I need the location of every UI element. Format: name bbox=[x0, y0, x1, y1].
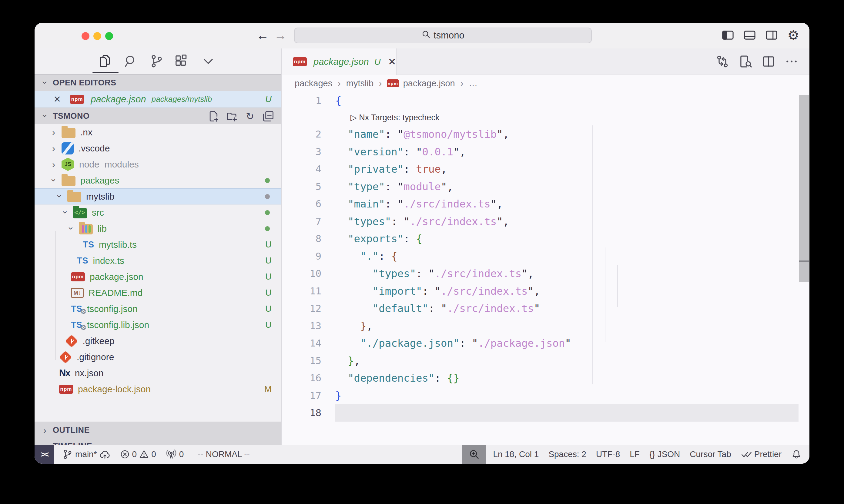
code-line-17[interactable]: 17} bbox=[282, 387, 809, 404]
tree-item-.gitignore[interactable]: .gitignore bbox=[35, 349, 281, 365]
tree-item-package.json[interactable]: npmpackage.jsonU bbox=[35, 269, 281, 285]
collapse-all-icon[interactable] bbox=[262, 111, 274, 122]
code-line-16[interactable]: 16 "dependencies": {} bbox=[282, 370, 809, 387]
open-preview-icon[interactable] bbox=[739, 55, 753, 69]
cursor-tab-setting[interactable]: Cursor Tab bbox=[690, 449, 731, 459]
explorer-icon[interactable] bbox=[96, 53, 115, 70]
code-line-6[interactable]: 6 "main": "./src/index.ts", bbox=[282, 195, 809, 213]
code-line-3[interactable]: 3 "version": "0.0.1", bbox=[282, 143, 809, 161]
refresh-icon[interactable]: ↻ bbox=[244, 111, 256, 122]
toggle-panel-icon[interactable] bbox=[743, 28, 757, 42]
tree-item-.gitkeep[interactable]: .gitkeep bbox=[35, 333, 281, 349]
eol-setting[interactable]: LF bbox=[630, 449, 640, 459]
tree-item-src[interactable]: ›</>src bbox=[35, 204, 281, 220]
code-line-15[interactable]: 15 }, bbox=[282, 352, 809, 370]
split-editor-icon[interactable] bbox=[761, 55, 775, 69]
line-number[interactable]: 3 bbox=[282, 146, 335, 158]
codelens-nx-targets[interactable]: ▷ Nx Targets: typecheck bbox=[335, 113, 439, 122]
ports-status[interactable]: 0 bbox=[166, 449, 184, 460]
tree-item-mytslib[interactable]: ›mytslib bbox=[35, 188, 281, 204]
breadcrumb-item[interactable]: packages bbox=[295, 78, 332, 88]
code-line-14[interactable]: 14 "./package.json": "./package.json" bbox=[282, 335, 809, 352]
language-mode[interactable]: {} JSON bbox=[649, 449, 680, 459]
breadcrumb-item[interactable]: … bbox=[469, 78, 478, 88]
navigate-forward-button[interactable]: → bbox=[274, 28, 287, 43]
tree-item-node_modules[interactable]: ›JSnode_modules bbox=[35, 156, 281, 172]
tab-package-json[interactable]: npm package.json U ✕ bbox=[282, 49, 397, 75]
close-icon[interactable]: ✕ bbox=[53, 94, 61, 105]
code-line-2[interactable]: 2 "name": "@tsmono/mytslib", bbox=[282, 126, 809, 143]
tree-item-README.md[interactable]: M↓README.mdU bbox=[35, 285, 281, 301]
tree-item-.vscode[interactable]: ›.vscode bbox=[35, 140, 281, 156]
cursor-position[interactable]: Ln 18, Col 1 bbox=[493, 449, 539, 459]
tree-item-package-lock.json[interactable]: npmpackage-lock.jsonM bbox=[35, 381, 281, 397]
problems-status[interactable]: 0 0 bbox=[120, 449, 156, 459]
git-branch-status[interactable]: main* bbox=[63, 449, 110, 460]
window-minimize-button[interactable] bbox=[93, 32, 101, 40]
more-actions-icon[interactable] bbox=[785, 55, 798, 69]
command-center-search[interactable]: tsmono bbox=[294, 28, 592, 43]
encoding-setting[interactable]: UTF-8 bbox=[596, 449, 620, 459]
line-number[interactable]: 17 bbox=[282, 390, 335, 401]
chevron-right-icon[interactable]: › bbox=[50, 127, 57, 138]
git-compare-icon[interactable] bbox=[716, 55, 729, 69]
tree-item-tsconfig.lib.json[interactable]: TS⚙tsconfig.lib.jsonU bbox=[35, 317, 281, 333]
codelens-row[interactable]: ▷ Nx Targets: typecheck bbox=[282, 109, 809, 126]
chevron-right-icon[interactable]: › bbox=[50, 143, 57, 154]
code-line-5[interactable]: 5 "type": "module", bbox=[282, 178, 809, 195]
open-editors-header[interactable]: › OPEN EDITORS bbox=[35, 74, 281, 91]
explorer-section-header[interactable]: › TSMONO ↻ bbox=[35, 108, 281, 124]
line-number[interactable]: 4 bbox=[282, 163, 335, 175]
code-line-10[interactable]: 10 "types": "./src/index.ts", bbox=[282, 265, 809, 283]
toggle-secondary-sidebar-icon[interactable] bbox=[764, 28, 778, 42]
line-number[interactable]: 18 bbox=[282, 407, 335, 419]
line-number[interactable]: 1 bbox=[282, 95, 335, 106]
line-number[interactable]: 12 bbox=[282, 303, 335, 314]
source-control-icon[interactable] bbox=[147, 53, 167, 70]
line-number[interactable]: 16 bbox=[282, 372, 335, 384]
tree-item-lib[interactable]: ›lib bbox=[35, 220, 281, 237]
notifications-bell-icon[interactable] bbox=[791, 449, 802, 460]
window-zoom-button[interactable] bbox=[105, 32, 113, 40]
breadcrumb-item[interactable]: package.json bbox=[403, 78, 455, 88]
code-line-12[interactable]: 12 "default": "./src/index.ts" bbox=[282, 300, 809, 318]
new-folder-icon[interactable] bbox=[226, 111, 238, 122]
code-line-4[interactable]: 4 "private": true, bbox=[282, 161, 809, 178]
line-number[interactable]: 9 bbox=[282, 251, 335, 262]
extensions-icon[interactable] bbox=[172, 53, 191, 70]
breadcrumb-item[interactable]: mytslib bbox=[346, 78, 374, 88]
tree-item-mytslib.ts[interactable]: TSmytslib.tsU bbox=[35, 237, 281, 253]
line-number[interactable]: 8 bbox=[282, 233, 335, 245]
tree-item-nx.json[interactable]: Nxnx.json bbox=[35, 365, 281, 381]
line-number[interactable]: 5 bbox=[282, 181, 335, 192]
chevron-down-icon[interactable]: › bbox=[55, 192, 65, 200]
chevron-down-icon[interactable] bbox=[199, 53, 218, 70]
chevron-down-icon[interactable]: › bbox=[66, 224, 76, 232]
line-number[interactable]: 7 bbox=[282, 216, 335, 227]
settings-gear-icon[interactable]: ⚙ bbox=[787, 28, 800, 42]
code-line-13[interactable]: 13 }, bbox=[282, 317, 809, 335]
code-line-18[interactable]: 18 bbox=[282, 404, 809, 422]
remote-indicator[interactable]: >< bbox=[35, 445, 54, 464]
outline-section-header[interactable]: › OUTLINE bbox=[35, 421, 281, 438]
line-number[interactable]: 11 bbox=[282, 285, 335, 297]
scrollbar-thumb[interactable] bbox=[799, 95, 809, 282]
chevron-right-icon[interactable]: › bbox=[50, 159, 57, 169]
navigate-back-button[interactable]: ← bbox=[256, 28, 269, 43]
new-file-icon[interactable] bbox=[208, 111, 220, 122]
line-number[interactable]: 15 bbox=[282, 355, 335, 366]
chevron-down-icon[interactable]: › bbox=[49, 176, 59, 183]
line-number[interactable]: 13 bbox=[282, 320, 335, 332]
line-number[interactable]: 6 bbox=[282, 198, 335, 210]
formatter-status[interactable]: Prettier bbox=[741, 449, 781, 460]
tree-item-.nx[interactable]: ›.nx bbox=[35, 124, 281, 140]
code-line-7[interactable]: 7 "types": "./src/index.ts", bbox=[282, 213, 809, 230]
zoom-indicator[interactable] bbox=[462, 445, 486, 464]
indentation-setting[interactable]: Spaces: 2 bbox=[548, 449, 586, 459]
chevron-down-icon[interactable]: › bbox=[60, 209, 71, 216]
tree-item-packages[interactable]: ›packages bbox=[35, 172, 281, 188]
code-line-8[interactable]: 8 "exports": { bbox=[282, 230, 809, 248]
code-line-11[interactable]: 11 "import": "./src/index.ts", bbox=[282, 282, 809, 300]
code-line-1[interactable]: 1{ bbox=[282, 92, 809, 109]
search-icon[interactable] bbox=[121, 53, 141, 70]
